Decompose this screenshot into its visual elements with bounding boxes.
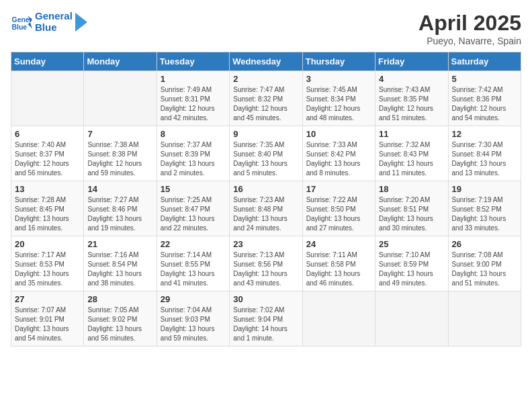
calendar-body: 1Sunrise: 7:49 AM Sunset: 8:31 PM Daylig… — [11, 71, 521, 347]
cell-info: Sunrise: 7:11 AM Sunset: 8:58 PM Dayligh… — [306, 250, 371, 288]
calendar-cell: 19Sunrise: 7:19 AM Sunset: 8:52 PM Dayli… — [448, 181, 521, 236]
cell-info: Sunrise: 7:13 AM Sunset: 8:56 PM Dayligh… — [233, 250, 298, 288]
cell-info: Sunrise: 7:07 AM Sunset: 9:01 PM Dayligh… — [15, 306, 80, 343]
day-number: 11 — [379, 129, 444, 139]
calendar-cell: 11Sunrise: 7:32 AM Sunset: 8:43 PM Dayli… — [375, 126, 448, 181]
calendar-cell: 5Sunrise: 7:42 AM Sunset: 8:36 PM Daylig… — [448, 71, 521, 126]
day-number: 3 — [306, 74, 371, 84]
week-row-1: 1Sunrise: 7:49 AM Sunset: 8:31 PM Daylig… — [11, 71, 521, 126]
calendar-cell: 20Sunrise: 7:17 AM Sunset: 8:53 PM Dayli… — [11, 236, 84, 291]
logo-arrow-icon — [75, 13, 87, 32]
calendar-cell: 24Sunrise: 7:11 AM Sunset: 8:58 PM Dayli… — [302, 236, 375, 291]
calendar-cell: 18Sunrise: 7:20 AM Sunset: 8:51 PM Dayli… — [375, 181, 448, 236]
calendar-cell — [84, 71, 157, 126]
day-number: 26 — [452, 239, 517, 249]
weekday-header-thursday: Thursday — [302, 52, 375, 71]
cell-info: Sunrise: 7:38 AM Sunset: 8:38 PM Dayligh… — [87, 140, 152, 178]
svg-marker-3 — [75, 13, 87, 32]
calendar-cell: 8Sunrise: 7:37 AM Sunset: 8:39 PM Daylig… — [157, 126, 229, 181]
cell-info: Sunrise: 7:37 AM Sunset: 8:39 PM Dayligh… — [161, 140, 226, 178]
cell-info: Sunrise: 7:49 AM Sunset: 8:31 PM Dayligh… — [161, 85, 226, 123]
calendar-cell: 21Sunrise: 7:16 AM Sunset: 8:54 PM Dayli… — [84, 236, 157, 291]
weekday-header-sunday: Sunday — [11, 52, 84, 71]
calendar-cell — [302, 291, 375, 347]
calendar-table: SundayMondayTuesdayWednesdayThursdayFrid… — [11, 52, 521, 347]
weekday-header-monday: Monday — [84, 52, 157, 71]
calendar-cell — [375, 291, 448, 347]
cell-info: Sunrise: 7:28 AM Sunset: 8:45 PM Dayligh… — [15, 195, 80, 233]
day-number: 23 — [233, 239, 298, 249]
logo-icon: General Blue — [11, 11, 32, 33]
week-row-2: 6Sunrise: 7:40 AM Sunset: 8:37 PM Daylig… — [11, 126, 521, 181]
calendar-cell: 6Sunrise: 7:40 AM Sunset: 8:37 PM Daylig… — [11, 126, 84, 181]
calendar-cell: 2Sunrise: 7:47 AM Sunset: 8:32 PM Daylig… — [230, 71, 302, 126]
day-number: 30 — [233, 294, 298, 304]
day-number: 12 — [452, 129, 517, 139]
day-number: 24 — [306, 239, 371, 249]
title-block: April 2025 Pueyo, Navarre, Spain — [418, 11, 521, 46]
calendar-cell: 30Sunrise: 7:02 AM Sunset: 9:04 PM Dayli… — [230, 291, 302, 347]
day-number: 22 — [161, 239, 226, 249]
weekday-header-wednesday: Wednesday — [230, 52, 302, 71]
day-number: 21 — [87, 239, 152, 249]
weekday-header-tuesday: Tuesday — [157, 52, 229, 71]
day-number: 13 — [15, 184, 80, 194]
calendar-cell: 16Sunrise: 7:23 AM Sunset: 8:48 PM Dayli… — [230, 181, 302, 236]
logo-general: General — [35, 11, 73, 22]
calendar-cell: 1Sunrise: 7:49 AM Sunset: 8:31 PM Daylig… — [157, 71, 229, 126]
day-number: 25 — [379, 239, 444, 249]
day-number: 4 — [379, 74, 444, 84]
cell-info: Sunrise: 7:04 AM Sunset: 9:03 PM Dayligh… — [161, 306, 226, 343]
calendar-cell: 17Sunrise: 7:22 AM Sunset: 8:50 PM Dayli… — [302, 181, 375, 236]
cell-info: Sunrise: 7:23 AM Sunset: 8:48 PM Dayligh… — [233, 195, 298, 233]
week-row-4: 20Sunrise: 7:17 AM Sunset: 8:53 PM Dayli… — [11, 236, 521, 291]
calendar-cell: 7Sunrise: 7:38 AM Sunset: 8:38 PM Daylig… — [84, 126, 157, 181]
calendar-cell: 3Sunrise: 7:45 AM Sunset: 8:34 PM Daylig… — [302, 71, 375, 126]
cell-info: Sunrise: 7:42 AM Sunset: 8:36 PM Dayligh… — [452, 85, 517, 123]
day-number: 9 — [233, 129, 298, 139]
week-row-3: 13Sunrise: 7:28 AM Sunset: 8:45 PM Dayli… — [11, 181, 521, 236]
cell-info: Sunrise: 7:08 AM Sunset: 9:00 PM Dayligh… — [452, 250, 517, 288]
calendar-cell: 9Sunrise: 7:35 AM Sunset: 8:40 PM Daylig… — [230, 126, 302, 181]
day-number: 15 — [161, 184, 226, 194]
day-number: 10 — [306, 129, 371, 139]
cell-info: Sunrise: 7:22 AM Sunset: 8:50 PM Dayligh… — [306, 195, 371, 233]
calendar-cell: 26Sunrise: 7:08 AM Sunset: 9:00 PM Dayli… — [448, 236, 521, 291]
calendar-cell — [11, 71, 84, 126]
logo: General Blue General Blue — [11, 11, 87, 33]
calendar-cell: 29Sunrise: 7:04 AM Sunset: 9:03 PM Dayli… — [157, 291, 229, 347]
cell-info: Sunrise: 7:30 AM Sunset: 8:44 PM Dayligh… — [452, 140, 517, 178]
calendar-cell — [448, 291, 521, 347]
day-number: 6 — [15, 129, 80, 139]
logo-blue: Blue — [35, 22, 73, 34]
cell-info: Sunrise: 7:20 AM Sunset: 8:51 PM Dayligh… — [379, 195, 444, 233]
cell-info: Sunrise: 7:16 AM Sunset: 8:54 PM Dayligh… — [87, 250, 152, 288]
cell-info: Sunrise: 7:10 AM Sunset: 8:59 PM Dayligh… — [379, 250, 444, 288]
day-number: 18 — [379, 184, 444, 194]
calendar-cell: 14Sunrise: 7:27 AM Sunset: 8:46 PM Dayli… — [84, 181, 157, 236]
calendar-cell: 13Sunrise: 7:28 AM Sunset: 8:45 PM Dayli… — [11, 181, 84, 236]
calendar-cell: 23Sunrise: 7:13 AM Sunset: 8:56 PM Dayli… — [230, 236, 302, 291]
weekday-header-row: SundayMondayTuesdayWednesdayThursdayFrid… — [11, 52, 521, 71]
cell-info: Sunrise: 7:40 AM Sunset: 8:37 PM Dayligh… — [15, 140, 80, 178]
weekday-header-friday: Friday — [375, 52, 448, 71]
day-number: 16 — [233, 184, 298, 194]
day-number: 20 — [15, 239, 80, 249]
cell-info: Sunrise: 7:47 AM Sunset: 8:32 PM Dayligh… — [233, 85, 298, 123]
calendar-cell: 22Sunrise: 7:14 AM Sunset: 8:55 PM Dayli… — [157, 236, 229, 291]
day-number: 17 — [306, 184, 371, 194]
cell-info: Sunrise: 7:14 AM Sunset: 8:55 PM Dayligh… — [161, 250, 226, 288]
day-number: 7 — [87, 129, 152, 139]
day-number: 14 — [87, 184, 152, 194]
day-number: 2 — [233, 74, 298, 84]
cell-info: Sunrise: 7:43 AM Sunset: 8:35 PM Dayligh… — [379, 85, 444, 123]
calendar-cell: 25Sunrise: 7:10 AM Sunset: 8:59 PM Dayli… — [375, 236, 448, 291]
cell-info: Sunrise: 7:19 AM Sunset: 8:52 PM Dayligh… — [452, 195, 517, 233]
cell-info: Sunrise: 7:17 AM Sunset: 8:53 PM Dayligh… — [15, 250, 80, 288]
calendar-cell: 4Sunrise: 7:43 AM Sunset: 8:35 PM Daylig… — [375, 71, 448, 126]
page-header: General Blue General Blue April 2025 Pue… — [11, 11, 521, 46]
day-number: 27 — [15, 294, 80, 304]
svg-text:Blue: Blue — [12, 24, 28, 31]
day-number: 28 — [87, 294, 152, 304]
location: Pueyo, Navarre, Spain — [418, 36, 521, 46]
